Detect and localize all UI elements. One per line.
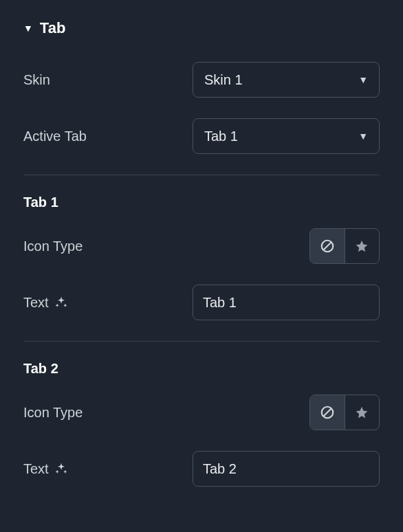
skin-row: Skin Skin 1 ▼ [23,62,380,98]
tab2-text-label-text: Text [23,461,49,477]
tab-section-header[interactable]: ▼ Tab [23,19,380,37]
tab1-text-input-wrap [193,285,380,320]
caret-down-icon: ▼ [23,23,33,34]
none-icon [320,239,335,254]
section-title: Tab [40,19,65,37]
chevron-down-icon: ▼ [358,131,368,142]
divider [23,341,380,342]
tab1-icon-type-toggle [309,228,380,264]
skin-select[interactable]: Skin 1 ▼ [193,62,380,98]
sparkles-icon [54,296,68,309]
tab2-icon-type-icon[interactable] [345,395,379,430]
tab1-icon-type-none[interactable] [310,229,345,263]
tab2-icon-type-label: Icon Type [23,405,193,421]
tab1-icon-type-row: Icon Type [23,228,380,264]
tab2-icon-type-toggle [309,395,380,430]
tab2-text-input[interactable] [193,452,380,486]
active-tab-label: Active Tab [23,129,193,144]
none-icon [320,405,335,420]
tab1-text-label: Text [23,295,193,311]
tab1-text-input[interactable] [193,285,380,320]
star-icon [355,239,369,253]
active-tab-row: Active Tab Tab 1 ▼ [23,118,380,154]
tab2-header: Tab 2 [23,361,380,377]
tab2-text-input-wrap [193,451,380,487]
active-tab-select[interactable]: Tab 1 ▼ [193,118,380,154]
tab2-text-label: Text [23,461,193,477]
tab1-text-label-text: Text [23,295,49,311]
tab1-header: Tab 1 [23,195,380,210]
tab2-icon-type-none[interactable] [310,395,345,430]
tab1-text-row: Text [23,285,380,320]
tab1-icon-type-icon[interactable] [345,229,379,263]
tab2-icon-type-row: Icon Type [23,395,380,430]
divider [23,175,380,175]
svg-line-1 [323,243,331,250]
chevron-down-icon: ▼ [358,74,368,85]
skin-select-value: Skin 1 [204,72,243,88]
tab2-text-row: Text [23,451,380,487]
svg-line-4 [323,409,331,417]
active-tab-select-value: Tab 1 [204,129,238,144]
sparkles-icon [54,462,68,476]
skin-label: Skin [23,72,193,88]
star-icon [355,406,369,419]
tab1-icon-type-label: Icon Type [23,239,193,254]
